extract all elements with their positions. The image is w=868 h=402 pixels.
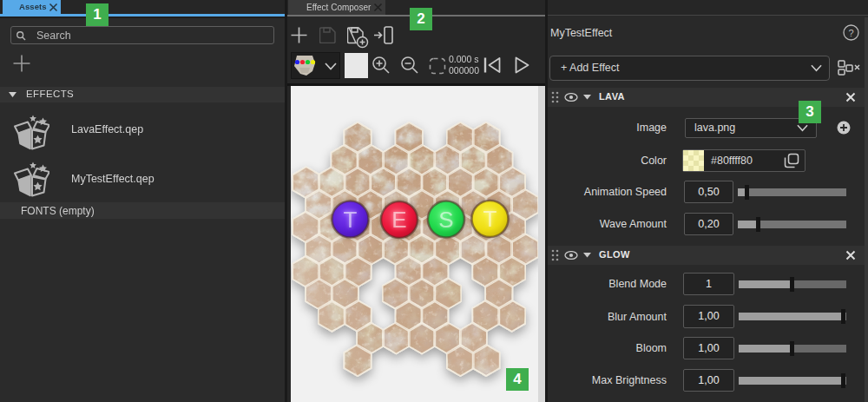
svg-text:S: S	[438, 207, 453, 233]
svg-text:E: E	[391, 207, 406, 233]
svg-text:T: T	[483, 206, 497, 232]
svg-text:T: T	[344, 207, 358, 233]
svg-text:?: ?	[848, 28, 853, 38]
